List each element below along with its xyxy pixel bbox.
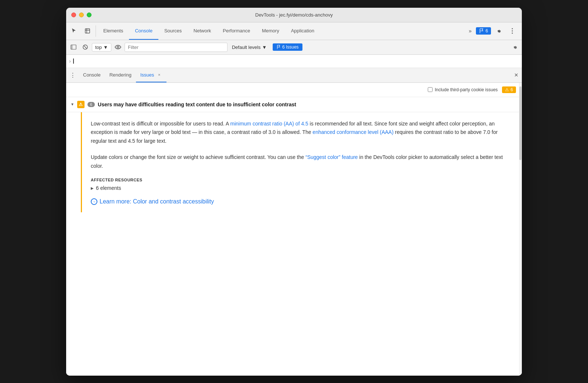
context-selector[interactable]: top ▼ (92, 43, 111, 52)
learn-more-link[interactable]: Learn more: Color and contrast accessibi… (100, 198, 214, 205)
cursor-icon[interactable] (68, 22, 81, 40)
svg-rect-7 (71, 45, 73, 49)
close-issues-tab[interactable]: × (156, 72, 162, 78)
issue-description: Low-contrast text is difficult or imposs… (91, 120, 513, 146)
sidebar-toggle-icon[interactable] (68, 42, 79, 52)
prompt-icon: › (69, 58, 71, 64)
close-button[interactable] (71, 13, 76, 17)
flag-icon (479, 28, 484, 33)
flag-icon-small (276, 45, 281, 49)
svg-point-5 (512, 33, 513, 34)
tab-console[interactable]: Console (129, 22, 158, 40)
learn-more: → Learn more: Color and contrast accessi… (91, 198, 513, 205)
elements-triangle-icon: ▶ (91, 186, 94, 190)
scrollbar-thumb[interactable] (519, 86, 521, 160)
drawer-menu-icon[interactable]: ⋮ (68, 70, 77, 80)
tab-list: Elements Console Sources Network Perform… (97, 22, 465, 40)
minimize-button[interactable] (79, 13, 84, 17)
issue-group: ▼ ⚠ 6 Users may have difficulties readin… (66, 97, 522, 376)
issues-count-button[interactable]: 6 Issues (273, 43, 302, 51)
svg-point-10 (117, 46, 119, 48)
filter-input[interactable] (125, 43, 227, 52)
toolbar-separator (96, 25, 96, 37)
inspect-icon[interactable] (81, 22, 94, 40)
expand-chevron-icon: ▼ (71, 102, 74, 106)
console-toolbar: top ▼ Default levels ▼ 6 Issues (66, 40, 522, 55)
elements-toggle[interactable]: ▶ 6 elements (91, 185, 513, 191)
maximize-button[interactable] (87, 13, 92, 17)
svg-point-4 (512, 31, 513, 32)
issue-title: Users may have difficulties reading text… (98, 102, 296, 107)
console-input-area: › (66, 55, 522, 68)
live-expressions-icon[interactable] (113, 42, 123, 52)
affected-resources-label: AFFECTED RESOURCES (91, 178, 513, 182)
svg-line-9 (84, 46, 87, 49)
issue-detail: Low-contrast text is difficult or imposs… (81, 112, 522, 213)
svg-point-3 (512, 28, 513, 29)
default-levels-button[interactable]: Default levels ▼ (229, 43, 270, 51)
tab-sources[interactable]: Sources (158, 22, 188, 40)
secondary-tab-issues[interactable]: Issues × (136, 68, 167, 82)
issues-panel: Include third-party cookie issues ⚠ 6 ▼ … (66, 83, 522, 376)
tab-network[interactable]: Network (188, 22, 217, 40)
tab-performance[interactable]: Performance (217, 22, 256, 40)
traffic-lights (71, 13, 92, 17)
main-toolbar: Elements Console Sources Network Perform… (66, 22, 522, 40)
scrollbar-track (519, 83, 522, 376)
third-party-checkbox[interactable] (428, 87, 433, 92)
devtools-panel: Elements Console Sources Network Perform… (66, 22, 522, 376)
third-party-checkbox-label[interactable]: Include third-party cookie issues (428, 87, 498, 92)
warning-icon: ⚠ (77, 101, 85, 108)
tab-application[interactable]: Application (285, 22, 320, 40)
console-cursor (73, 58, 74, 64)
tab-elements[interactable]: Elements (97, 22, 129, 40)
secondary-tab-rendering[interactable]: Rendering (105, 68, 136, 82)
settings-icon[interactable] (492, 22, 505, 40)
devtools-window: DevTools - jec.fyi/demo/cds-anchovy Elem… (66, 8, 522, 376)
warning-issues-badge: ⚠ 6 (502, 86, 516, 93)
console-settings-icon[interactable] (509, 42, 520, 52)
suggest-color-link[interactable]: “Suggest color” feature (305, 154, 358, 160)
learn-more-icon: → (91, 198, 97, 205)
aaa-conformance-link[interactable]: enhanced conformance level (AAA) (313, 129, 394, 135)
window-title: DevTools - jec.fyi/demo/cds-anchovy (255, 12, 333, 18)
issue-header[interactable]: ▼ ⚠ 6 Users may have difficulties readin… (66, 97, 522, 112)
aa-contrast-link[interactable]: minimum contrast ratio (AA) of 4.5 (230, 121, 308, 127)
more-tabs-button[interactable]: » (465, 26, 475, 36)
issues-header-bar: Include third-party cookie issues ⚠ 6 (66, 83, 522, 97)
svg-rect-0 (85, 29, 90, 33)
clear-console-icon[interactable] (80, 42, 90, 52)
issues-badge[interactable]: 6 (476, 27, 491, 35)
more-options-icon[interactable] (506, 22, 519, 40)
tab-memory[interactable]: Memory (256, 22, 285, 40)
titlebar: DevTools - jec.fyi/demo/cds-anchovy (66, 8, 522, 22)
secondary-tab-bar: ⋮ Console Rendering Issues × × (66, 68, 522, 83)
close-drawer-icon[interactable]: × (513, 70, 520, 80)
issue-count-badge: 6 (87, 102, 95, 107)
issue-fix-text: Update colors or change the font size or… (91, 153, 513, 171)
affected-resources: AFFECTED RESOURCES ▶ 6 elements (91, 178, 513, 191)
toolbar-right: » 6 (465, 22, 520, 40)
secondary-tab-console[interactable]: Console (79, 68, 105, 82)
